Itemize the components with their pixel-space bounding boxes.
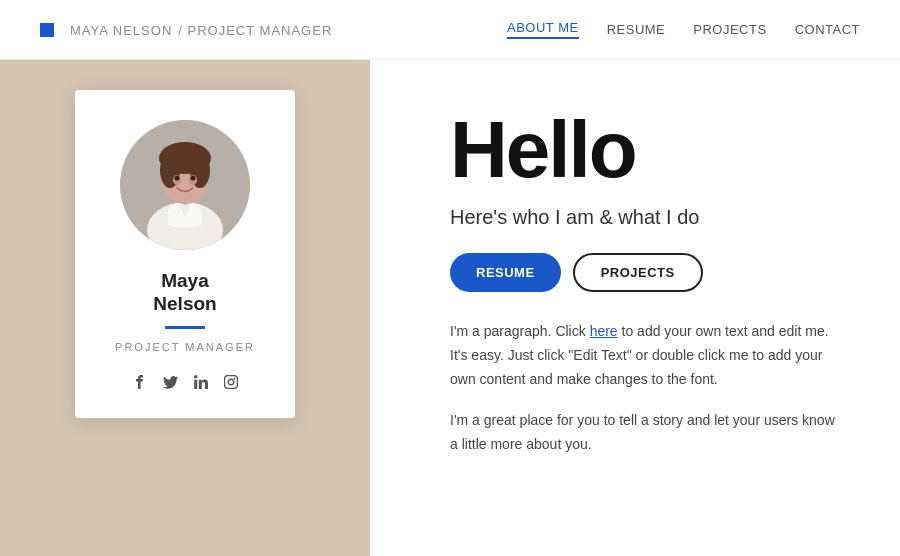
blue-square-icon bbox=[40, 23, 54, 37]
nav-projects[interactable]: PROJECTS bbox=[693, 22, 766, 37]
avatar-image bbox=[120, 120, 250, 250]
svg-point-7 bbox=[163, 145, 207, 165]
profile-social-icons bbox=[133, 375, 238, 393]
svg-rect-12 bbox=[224, 375, 237, 388]
hero-buttons: RESUME PROJECTS bbox=[450, 253, 840, 292]
profile-divider bbox=[165, 326, 205, 329]
svg-point-10 bbox=[175, 176, 180, 181]
nav-about-me[interactable]: ABOUT ME bbox=[507, 20, 579, 39]
main-nav: ABOUT ME RESUME PROJECTS CONTACT bbox=[507, 20, 860, 39]
left-background: MayaNelson PROJECT MANAGER bbox=[0, 60, 370, 556]
svg-point-14 bbox=[233, 377, 235, 379]
resume-button[interactable]: RESUME bbox=[450, 253, 561, 292]
bio-paragraph-2: I'm a great place for you to tell a stor… bbox=[450, 409, 840, 457]
site-header: Maya Nelson/ PROJECT MANAGER ABOUT ME RE… bbox=[0, 0, 900, 60]
site-title: Maya Nelson/ PROJECT MANAGER bbox=[64, 21, 332, 39]
nav-contact[interactable]: CONTACT bbox=[795, 22, 860, 37]
profile-card: MayaNelson PROJECT MANAGER bbox=[75, 90, 295, 418]
logo-area: Maya Nelson/ PROJECT MANAGER bbox=[40, 21, 332, 39]
main-wrapper: MayaNelson PROJECT MANAGER bbox=[0, 60, 900, 556]
nav-resume[interactable]: RESUME bbox=[607, 22, 666, 37]
site-name-text: Maya Nelson bbox=[70, 23, 172, 38]
bio-link[interactable]: here bbox=[590, 323, 618, 339]
hero-title: Hello bbox=[450, 110, 840, 190]
profile-name: MayaNelson bbox=[153, 270, 216, 316]
linkedin-icon[interactable] bbox=[194, 375, 208, 393]
avatar bbox=[120, 120, 250, 250]
site-subtitle-text: / PROJECT MANAGER bbox=[178, 23, 332, 38]
facebook-icon[interactable] bbox=[133, 375, 147, 393]
hero-content: Hello Here's who I am & what I do RESUME… bbox=[370, 60, 900, 556]
hero-subtitle: Here's who I am & what I do bbox=[450, 206, 840, 229]
instagram-icon[interactable] bbox=[224, 375, 238, 393]
bio-paragraph-1: I'm a paragraph. Click here to add your … bbox=[450, 320, 840, 391]
profile-title: PROJECT MANAGER bbox=[115, 341, 255, 353]
svg-point-13 bbox=[228, 379, 234, 385]
twitter-icon[interactable] bbox=[163, 375, 178, 393]
svg-point-11 bbox=[191, 176, 196, 181]
projects-button[interactable]: PROJECTS bbox=[573, 253, 703, 292]
